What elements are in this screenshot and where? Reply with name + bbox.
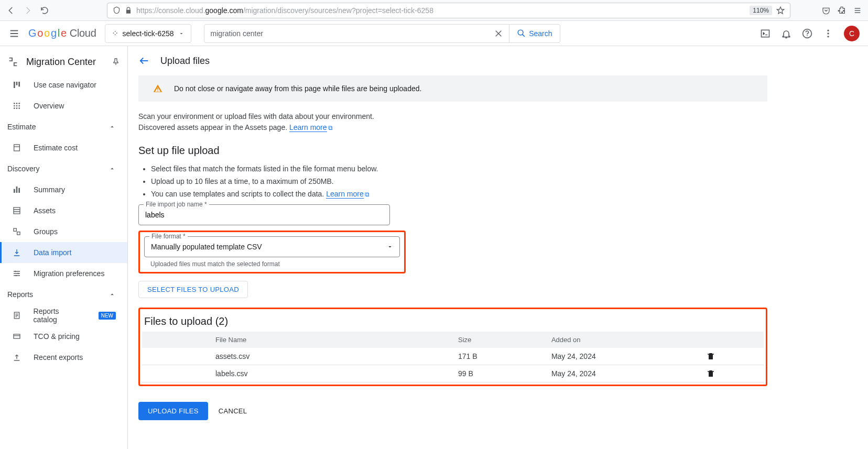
svg-rect-1 bbox=[762, 30, 769, 37]
browser-reload-icon[interactable] bbox=[40, 6, 49, 15]
sidebar-item-tco-pricing[interactable]: TCO & pricing bbox=[0, 326, 127, 347]
delete-file-button[interactable] bbox=[707, 369, 753, 378]
sliders-icon bbox=[12, 269, 22, 278]
sidebar-item-summary[interactable]: Summary bbox=[0, 179, 127, 200]
bookmark-star-icon[interactable] bbox=[776, 6, 785, 15]
svg-point-26 bbox=[15, 271, 16, 272]
warning-text: Do not close or navigate away from this … bbox=[174, 84, 421, 93]
job-name-input[interactable] bbox=[145, 211, 383, 219]
product-icon bbox=[7, 56, 19, 68]
gcloud-logo[interactable]: Google Cloud bbox=[28, 27, 96, 39]
bullet-item: Upload up to 10 files at a time, to a ma… bbox=[151, 176, 767, 188]
sidebar-item-data-import[interactable]: Data import bbox=[0, 242, 127, 263]
bullet-item: Select files that match the formats list… bbox=[151, 163, 767, 176]
top-app-bar: Google Cloud ⁘ select-tick-6258 migratio… bbox=[0, 21, 868, 46]
file-format-label: File format * bbox=[149, 233, 188, 240]
search-input[interactable]: migration center bbox=[204, 25, 489, 42]
section-reports[interactable]: Reports bbox=[0, 284, 127, 305]
svg-point-16 bbox=[14, 107, 15, 109]
sidebar: Migration Center Use case navigator Over… bbox=[0, 46, 128, 449]
groups-icon bbox=[12, 227, 22, 236]
svg-point-6 bbox=[827, 36, 829, 37]
svg-point-28 bbox=[15, 275, 17, 277]
browser-forward-icon bbox=[23, 6, 32, 15]
lock-icon bbox=[125, 7, 132, 14]
main-menu-icon[interactable] bbox=[8, 28, 20, 39]
help-icon[interactable] bbox=[802, 28, 812, 39]
svg-rect-25 bbox=[17, 232, 20, 235]
action-row: UPLOAD FILES CANCEL bbox=[138, 402, 767, 420]
svg-point-17 bbox=[16, 107, 18, 109]
section-estimate[interactable]: Estimate bbox=[0, 116, 127, 137]
svg-rect-24 bbox=[14, 228, 16, 231]
sidebar-item-use-case-navigator[interactable]: Use case navigator bbox=[0, 74, 127, 95]
chevron-down-icon bbox=[178, 30, 185, 37]
chevron-up-icon bbox=[108, 291, 116, 298]
extensions-icon[interactable] bbox=[838, 6, 846, 15]
chevron-up-icon bbox=[108, 165, 116, 172]
clear-search-button[interactable] bbox=[488, 25, 509, 42]
more-icon[interactable] bbox=[823, 28, 833, 39]
svg-point-4 bbox=[827, 29, 829, 31]
browser-back-icon[interactable] bbox=[6, 6, 16, 15]
learn-more-link[interactable]: Learn more bbox=[289, 123, 327, 132]
browser-chrome: https://console.cloud.google.com/migrati… bbox=[0, 0, 868, 21]
project-picker[interactable]: ⁘ select-tick-6258 bbox=[105, 24, 191, 43]
sidebar-item-migration-preferences[interactable]: Migration preferences bbox=[0, 263, 127, 284]
sidebar-item-recent-exports[interactable]: Recent exports bbox=[0, 347, 127, 368]
th-size: Size bbox=[453, 332, 546, 348]
sidebar-item-estimate-cost[interactable]: Estimate cost bbox=[0, 137, 127, 158]
svg-point-18 bbox=[18, 107, 20, 109]
sidebar-item-overview[interactable]: Overview bbox=[0, 95, 127, 116]
card-icon bbox=[12, 332, 22, 341]
sidebar-item-assets[interactable]: Assets bbox=[0, 200, 127, 221]
pin-icon[interactable] bbox=[112, 58, 120, 66]
svg-point-3 bbox=[807, 35, 808, 36]
files-table: File Name Size Added on assets.csv 171 B… bbox=[142, 332, 764, 382]
svg-rect-19 bbox=[14, 145, 20, 151]
content-header: Upload files bbox=[128, 46, 868, 75]
external-link-icon: ⧉ bbox=[328, 124, 333, 132]
product-title: Migration Center bbox=[26, 57, 104, 68]
cloud-shell-icon[interactable] bbox=[760, 28, 771, 39]
svg-point-12 bbox=[18, 103, 20, 104]
search-icon bbox=[517, 29, 526, 38]
delete-file-button[interactable] bbox=[707, 352, 753, 360]
svg-rect-9 bbox=[18, 82, 20, 86]
url-text: https://console.cloud.google.com/migrati… bbox=[136, 6, 745, 15]
th-filename: File Name bbox=[142, 332, 453, 348]
svg-rect-32 bbox=[157, 91, 158, 92]
upload-files-button[interactable]: UPLOAD FILES bbox=[138, 402, 208, 420]
svg-rect-23 bbox=[14, 207, 20, 214]
setup-bullets: Select files that match the formats list… bbox=[151, 163, 767, 200]
page-title: Upload files bbox=[160, 56, 210, 67]
file-format-highlight: File format * Manually populated templat… bbox=[138, 231, 406, 273]
svg-rect-8 bbox=[16, 82, 18, 85]
list-icon bbox=[12, 206, 22, 215]
url-bar[interactable]: https://console.cloud.google.com/migrati… bbox=[107, 3, 790, 18]
sidebar-item-groups[interactable]: Groups bbox=[0, 221, 127, 242]
chevron-up-icon bbox=[108, 123, 116, 130]
section-discovery[interactable]: Discovery bbox=[0, 158, 127, 179]
new-badge: NEW bbox=[99, 312, 116, 320]
app-menu-icon[interactable] bbox=[853, 6, 862, 15]
file-format-helper: Uploaded files must match the selected f… bbox=[144, 260, 400, 268]
notifications-icon[interactable] bbox=[781, 28, 791, 39]
job-name-field: File import job name * bbox=[138, 204, 390, 225]
svg-point-15 bbox=[18, 105, 20, 107]
avatar[interactable]: C bbox=[844, 26, 860, 41]
learn-more-link[interactable]: Learn more bbox=[326, 190, 364, 199]
pocket-icon[interactable] bbox=[822, 6, 830, 15]
svg-point-10 bbox=[14, 103, 15, 104]
grid-icon bbox=[12, 102, 22, 110]
cancel-button[interactable]: CANCEL bbox=[219, 407, 247, 415]
select-files-button[interactable]: SELECT FILES TO UPLOAD bbox=[138, 281, 248, 298]
search-button[interactable]: Search bbox=[509, 25, 559, 42]
files-title: Files to upload (2) bbox=[144, 315, 764, 327]
svg-point-5 bbox=[827, 32, 829, 34]
sidebar-item-reports-catalog[interactable]: Reports catalog NEW bbox=[0, 305, 127, 326]
zoom-badge[interactable]: 110% bbox=[750, 6, 772, 15]
upload-icon bbox=[12, 353, 22, 362]
project-name: select-tick-6258 bbox=[123, 29, 174, 38]
back-arrow-icon[interactable] bbox=[138, 55, 150, 67]
